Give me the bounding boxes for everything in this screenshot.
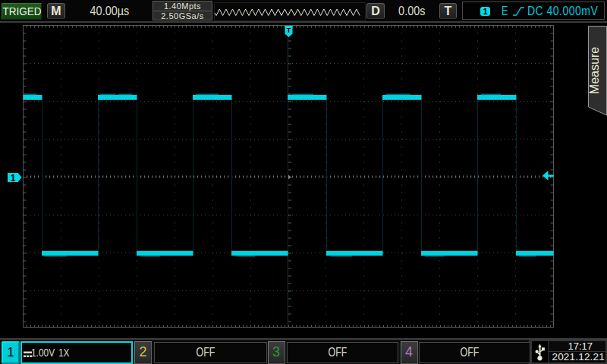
svg-text:Measure: Measure [588,47,601,94]
svg-text:T: T [287,27,291,34]
svg-text:1: 1 [11,173,16,184]
